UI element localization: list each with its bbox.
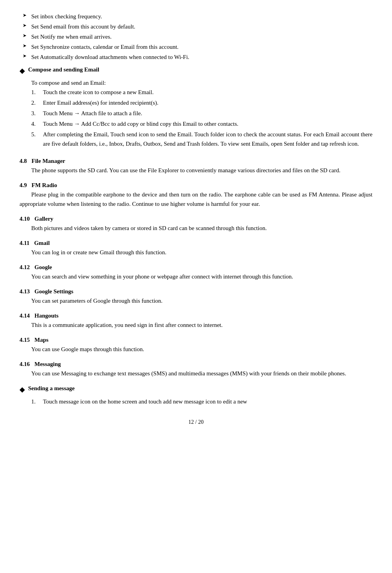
section-title-6: Hangouts [34,311,59,320]
compose-step-5-text: After completing the Email, Touch send i… [43,130,372,148]
sections-container: 4.8File ManagerThe phone supports the SD… [20,156,372,378]
section-header-3: 4.11Gmail [20,238,372,248]
section-4-15: 4.15MapsYou can use Google maps through … [20,335,372,354]
sending-steps-list: 1.Touch message icon on the home screen … [31,397,372,406]
section-title-8: Messaging [34,359,61,369]
section-body-4: You can search and view something in you… [20,272,372,281]
section-body-3: You can log in or create new Gmail throu… [20,248,372,257]
section-title-0: File Manager [32,156,65,166]
section-number-4: 4.12 [20,262,30,272]
prior-bullet-list: Set inbox checking frequency. Set Send e… [20,12,372,62]
section-body-0: The phone supports the SD card. You can … [20,166,372,175]
section-number-6: 4.14 [20,311,30,320]
section-title-5: Google Settings [34,287,73,296]
sending-section-title: Sending a message [28,384,75,393]
page-footer: 12 / 20 [20,418,372,427]
bullet-item-5: Set Automatically download attachments w… [20,52,372,62]
section-header-4: 4.12Google [20,262,372,272]
section-body-6: This is a communicate application, you n… [20,320,372,330]
sending-section-body: 1.Touch message icon on the home screen … [20,397,372,406]
section-number-7: 4.15 [20,335,30,345]
section-4-13: 4.13Google SettingsYou can set parameter… [20,287,372,305]
sending-step-1: 1.Touch message icon on the home screen … [31,397,372,406]
section-header-7: 4.15Maps [20,335,372,345]
compose-step-2: 2. Enter Email address(es) for intended … [31,98,372,107]
bullet-item-4: Set Synchronize contacts, calendar or Em… [20,42,372,52]
section-4-12: 4.12GoogleYou can search and view someth… [20,262,372,281]
section-body-8: You can use Messaging to exchange text m… [20,369,372,378]
section-number-0: 4.8 [20,156,27,166]
compose-section-title: Compose and sending Email [28,65,99,74]
page-number: 12 / 20 [189,419,204,425]
section-title-1: FM Radio [32,180,57,190]
section-title-4: Google [34,262,52,272]
section-header-1: 4.9FM Radio [20,180,372,190]
section-header-2: 4.10Gallery [20,214,372,223]
sending-section: ◆Sending a message1.Touch message icon o… [20,384,372,406]
compose-section-header: ◆ Compose and sending Email [20,65,372,77]
compose-steps-list: 1. Touch the create icon to compose a ne… [31,87,372,129]
compose-step-1: 1. Touch the create icon to compose a ne… [31,87,372,97]
section-number-1: 4.9 [20,180,27,190]
section-body-1: Please plug in the compatible earphone t… [20,190,372,209]
section-4-9: 4.9FM RadioPlease plug in the compatible… [20,180,372,209]
section-number-2: 4.10 [20,214,30,223]
section-number-8: 4.16 [20,359,30,369]
compose-step-4: 4. Touch Menu → Add Cc/Bcc to add copy o… [31,119,372,129]
section-number-3: 4.11 [20,238,29,248]
section-header-5: 4.13Google Settings [20,287,372,296]
section-title-7: Maps [34,335,48,345]
section-4-14: 4.14HangoutsThis is a communicate applic… [20,311,372,330]
section-header-0: 4.8File Manager [20,156,372,166]
section-body-2: Both pictures and videos taken by camera… [20,223,372,233]
section-body-5: You can set parameters of Google through… [20,296,372,305]
section-4-8: 4.8File ManagerThe phone supports the SD… [20,156,372,175]
section-header-8: 4.16Messaging [20,359,372,369]
sending-diamond-icon: ◆ [20,384,25,395]
bullet-item-3: Set Notify me when email arrives. [20,32,372,41]
compose-step-5-row: 5. After completing the Email, Touch sen… [31,130,372,151]
section-number-5: 4.13 [20,287,30,296]
section-4-10: 4.10GalleryBoth pictures and videos take… [20,214,372,233]
section-4-11: 4.11GmailYou can log in or create new Gm… [20,238,372,257]
sending-section-header: ◆Sending a message [20,384,372,395]
section-title-3: Gmail [34,238,50,248]
compose-step-3: 3. Touch Menu → Attach file to attach a … [31,109,372,118]
bullet-item-2: Set Send email from this account by defa… [20,22,372,31]
section-4-16: 4.16MessagingYou can use Messaging to ex… [20,359,372,378]
compose-section-body: To compose and send an Email: 1. Touch t… [20,78,372,151]
section-title-2: Gallery [34,214,53,223]
diamond-icon: ◆ [20,65,25,77]
bullet-item-1: Set inbox checking frequency. [20,12,372,21]
compose-intro: To compose and send an Email: [31,78,372,87]
section-header-6: 4.14Hangouts [20,311,372,320]
section-body-7: You can use Google maps through this fun… [20,345,372,354]
